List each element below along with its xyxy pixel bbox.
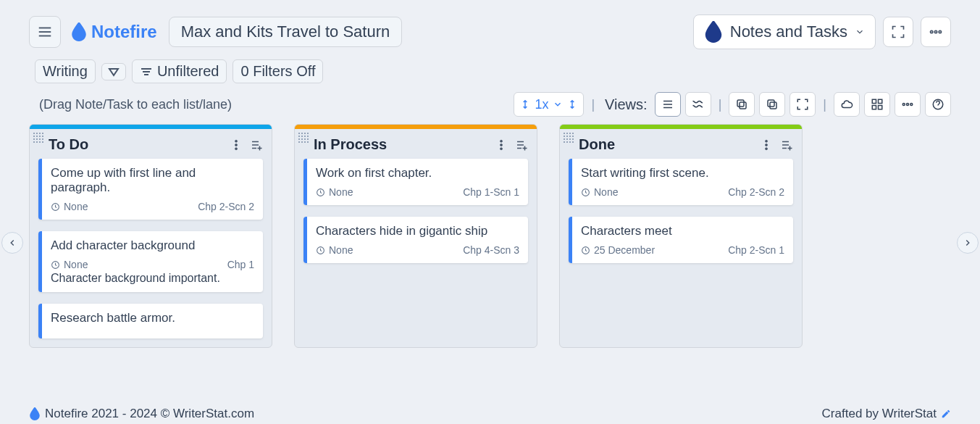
menu-button[interactable] — [29, 16, 61, 48]
dots-vertical-icon[interactable] — [760, 138, 773, 151]
chevron-down-icon — [553, 99, 563, 109]
dots-horizontal-icon — [929, 25, 943, 39]
card-title: Research battle armor. — [51, 311, 254, 325]
footer-right: Crafted by WriterStat — [822, 407, 951, 421]
svg-point-47 — [766, 147, 768, 149]
drag-handle-icon[interactable] — [563, 132, 574, 144]
fullscreen-icon — [891, 25, 905, 39]
cloud-button[interactable] — [834, 92, 860, 117]
flame-icon — [29, 407, 41, 420]
task-card[interactable]: Characters meet25 DecemberChp 2-Scn 1 — [569, 217, 793, 263]
more-options-button[interactable] — [895, 92, 921, 117]
card-due: None — [581, 186, 618, 198]
kanban-board: To DoCome up with first line and paragra… — [0, 120, 980, 348]
svg-point-3 — [931, 30, 933, 33]
add-card-icon[interactable] — [250, 138, 263, 151]
hamburger-icon — [37, 24, 53, 40]
svg-point-4 — [934, 30, 937, 33]
card-due: None — [316, 186, 353, 198]
card-ref: Chp 2-Scn 1 — [728, 244, 784, 256]
lane-actions — [230, 138, 263, 151]
task-card[interactable]: Characters hide in gigantic shipNoneChp … — [303, 217, 528, 263]
app-logo[interactable]: Notefire — [71, 22, 157, 42]
card-title: Start writing first scene. — [581, 166, 784, 180]
card-title: Work on first chapter. — [316, 166, 519, 180]
duplicate-button[interactable] — [759, 92, 785, 117]
project-title[interactable]: Max and Kits Travel to Saturn — [169, 17, 403, 47]
lane: To DoCome up with first line and paragra… — [29, 124, 272, 348]
grid-button[interactable] — [864, 92, 890, 117]
svg-point-21 — [902, 104, 905, 106]
separator: | — [820, 97, 829, 112]
arrows-vertical-icon — [520, 99, 530, 109]
card-ref: Chp 4-Scn 3 — [463, 244, 519, 256]
footer-left: Notefire 2021 - 2024 © WriterStat.com — [29, 407, 254, 421]
card-meta: NoneChp 4-Scn 3 — [316, 244, 519, 256]
svg-rect-18 — [879, 99, 882, 103]
filter-icon — [140, 67, 153, 77]
task-card[interactable]: Research battle armor. — [38, 304, 263, 338]
dots-vertical-icon[interactable] — [230, 138, 243, 151]
task-card[interactable]: Come up with first line and paragraph.No… — [38, 159, 263, 220]
triangle-down-icon — [108, 67, 120, 77]
unfiltered-button[interactable]: Unfiltered — [132, 59, 227, 83]
lane-header: In Process — [295, 129, 537, 159]
flame-icon — [71, 22, 87, 41]
card-ref: Chp 1-Scn 1 — [463, 186, 519, 198]
wave-view-button[interactable] — [685, 92, 711, 117]
drag-handle-icon[interactable] — [298, 132, 309, 144]
views-label: Views: — [602, 96, 650, 113]
writing-filter[interactable]: Writing — [35, 59, 96, 83]
task-card[interactable]: Work on first chapter.NoneChp 1-Scn 1 — [303, 159, 528, 205]
card-due: 25 December — [581, 244, 655, 256]
add-card-icon[interactable] — [780, 138, 793, 151]
drag-hint: (Drag Note/Task to each list/lane) — [39, 97, 232, 112]
more-button[interactable] — [921, 17, 951, 47]
svg-rect-14 — [737, 100, 744, 107]
grid-icon — [871, 98, 884, 111]
card-meta: NoneChp 2-Scn 2 — [51, 201, 254, 212]
filter-bar: Writing Unfiltered 0 Filters Off — [0, 55, 980, 86]
svg-point-22 — [907, 104, 909, 106]
svg-point-25 — [235, 140, 238, 142]
drag-handle-icon[interactable] — [33, 132, 44, 144]
svg-point-46 — [766, 144, 768, 146]
separator: | — [716, 97, 725, 112]
scroll-right-button[interactable] — [957, 232, 979, 254]
list-view-button[interactable] — [655, 92, 681, 117]
card-ref: Chp 2-Scn 2 — [198, 201, 254, 212]
card-title: Add character background — [51, 238, 254, 253]
svg-rect-20 — [879, 106, 882, 109]
zoom-control[interactable]: 1x — [514, 92, 584, 117]
lane-title: To Do — [49, 136, 88, 153]
svg-point-45 — [766, 140, 768, 142]
copy-icon — [735, 98, 748, 111]
card-meta: NoneChp 1-Scn 1 — [316, 186, 519, 198]
copy-button[interactable] — [729, 92, 755, 117]
view-selector-button[interactable]: Notes and Tasks — [693, 14, 876, 49]
card-title: Come up with first line and paragraph. — [51, 166, 254, 195]
card-meta: NoneChp 2-Scn 2 — [581, 186, 784, 198]
card-due: None — [51, 201, 88, 212]
cards-container: Come up with first line and paragraph.No… — [30, 159, 272, 347]
filters-off-button[interactable]: 0 Filters Off — [233, 59, 323, 83]
card-meta: 25 DecemberChp 2-Scn 1 — [581, 244, 784, 256]
task-card[interactable]: Add character backgroundNoneChp 1Charact… — [38, 231, 263, 292]
cloud-icon — [840, 98, 853, 111]
separator: | — [588, 97, 598, 112]
scroll-left-button[interactable] — [1, 232, 23, 254]
drop-icon — [704, 21, 723, 43]
cards-container: Work on first chapter.NoneChp 1-Scn 1Cha… — [295, 159, 537, 272]
footer: Notefire 2021 - 2024 © WriterStat.com Cr… — [0, 407, 980, 421]
card-title: Characters meet — [581, 224, 784, 238]
expand-button[interactable] — [790, 92, 816, 117]
add-card-icon[interactable] — [515, 138, 528, 151]
fullscreen-button[interactable] — [883, 17, 913, 47]
dots-vertical-icon[interactable] — [495, 138, 508, 151]
task-card[interactable]: Start writing first scene.NoneChp 2-Scn … — [569, 159, 793, 205]
filter-dropdown-button[interactable] — [101, 63, 126, 80]
help-button[interactable] — [925, 92, 951, 117]
svg-point-23 — [910, 104, 913, 106]
app-name: Notefire — [91, 22, 157, 42]
lane-title: Done — [579, 136, 615, 153]
